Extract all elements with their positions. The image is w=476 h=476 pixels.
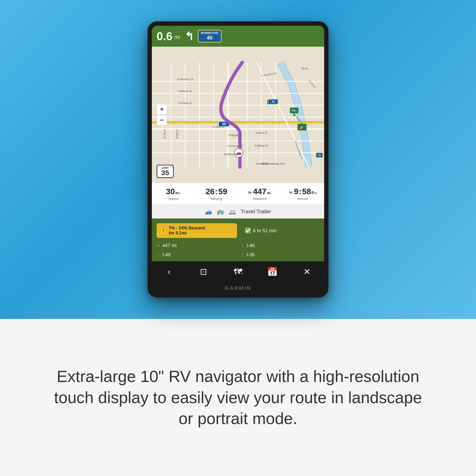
route-i49-text: I-49 (162, 252, 170, 257)
route-button[interactable]: 🗺 (230, 263, 246, 280)
svg-text:N Beech St: N Beech St (178, 90, 192, 93)
dist-sup: m (267, 191, 270, 195)
route-i35-icon: ⋮ (240, 252, 245, 257)
route-i49-item: ⋮ I-49 (154, 251, 238, 259)
zoom-out-button[interactable]: − (157, 115, 167, 125)
distance-value: 🏁 447 m i (248, 187, 271, 196)
svg-text:MU: MU (292, 109, 297, 112)
bottom-section: Extra-large 10" RV navigator with a high… (0, 319, 476, 476)
svg-text:N Orange St: N Orange St (228, 144, 242, 147)
route-icon: 🗺 (234, 267, 242, 277)
stats-bar: 30 m h Speed 26 : 59 Moving (152, 183, 324, 204)
brand-label: GARMIN (152, 282, 324, 293)
map-svg: 30 70 70 🚗 ⛺ N Hemlock (152, 47, 324, 183)
distance-unit: mi (174, 34, 180, 40)
svg-text:N Willow St: N Willow St (224, 153, 237, 156)
svg-text:N Main St: N Main St (255, 131, 267, 134)
svg-text:N Willow St: N Willow St (255, 144, 268, 147)
navigation-bar: 0.6 mi ↰ INTERSTATE 40 (152, 26, 324, 47)
speed-limit-sign: LIMIT 35 (157, 165, 174, 178)
garmin-device: 0.6 mi ↰ INTERSTATE 40 (148, 21, 328, 298)
svg-text:N Cedar St: N Cedar St (179, 102, 192, 104)
route-distance-text: 447 mi (162, 243, 177, 248)
top-section: 0.6 mi ↰ INTERSTATE 40 (0, 0, 476, 319)
eta-box: ✅ 6 hr 51 min (241, 221, 322, 240)
trailer-icon: 🚌 (217, 208, 224, 215)
schedule-button[interactable]: 📅 (264, 263, 281, 280)
arr-min: 58 (302, 187, 311, 196)
svg-text:⛺: ⛺ (300, 125, 305, 130)
svg-text:70: 70 (272, 100, 275, 103)
vehicle-type-bar: 🚙 🚌 🚐 Travel Trailer (152, 204, 324, 219)
arr-sub: M (315, 192, 317, 195)
route-panel: ⚠️ 7% - 24% Descent for 0.1mi ✅ 6 hr 51 … (152, 219, 324, 261)
svg-text:W 6th St: W 6th St (176, 129, 178, 138)
warning-icon: ⚠️ (160, 227, 166, 234)
warning-text-line1: 7% - 24% Descent (169, 226, 205, 231)
vehicle-label: Travel Trailer (241, 208, 271, 215)
distance-stat: 🏁 447 m i Distance (238, 183, 281, 204)
route-distance-item: ↔ 447 mi (154, 241, 238, 250)
arr-colon: : (299, 187, 302, 196)
svg-text:70: 70 (318, 154, 321, 157)
turn-arrow-icon: ↰ (185, 30, 194, 43)
close-icon: ✕ (304, 267, 311, 277)
suv-icon: 🚙 (205, 208, 212, 215)
route-details-grid: ↔ 447 mi ⋮ I-40 ⋮ I-49 ⋮ I-35 (152, 241, 324, 261)
overview-button[interactable]: ⊡ (195, 263, 212, 280)
arrival-label: Arrival (298, 197, 308, 201)
back-icon: ‹ (168, 267, 170, 277)
arrival-value: 🏁 9 : 58 P M (289, 187, 317, 196)
speed-sub: h (179, 192, 181, 195)
dist-sub: i (271, 192, 271, 195)
eta-check-icon: ✅ (245, 227, 251, 234)
moving-label: Moving (211, 197, 222, 201)
highway-type: INTERSTATE (201, 32, 219, 35)
moving-stat: 26 : 59 Moving (195, 183, 238, 204)
speed-limit-value: 35 (158, 169, 172, 176)
zoom-in-button[interactable]: + (157, 104, 167, 115)
route-i40-text: I-40 (247, 243, 255, 248)
svg-text:W 7th St: W 7th St (164, 129, 166, 138)
distance-display: 0.6 mi (157, 30, 180, 43)
route-i40-item: ⋮ I-40 (238, 241, 322, 250)
eta-text: 6 hr 51 min (253, 228, 277, 234)
descent-warning: ⚠️ 7% - 24% Descent for 0.1mi (157, 223, 237, 238)
device-screen: 0.6 mi ↰ INTERSTATE 40 (152, 26, 324, 282)
dist-num: 447 (253, 187, 267, 196)
arr-flag: 🏁 (289, 191, 293, 195)
overview-icon: ⊡ (200, 267, 207, 277)
svg-text:5th St: 5th St (302, 67, 308, 70)
speed-sup: m (175, 191, 179, 195)
close-button[interactable]: ✕ (299, 263, 315, 280)
route-i35-item: ⋮ I-35 (238, 251, 322, 259)
route-i49-icon: ⋮ (156, 252, 160, 257)
highway-badge: INTERSTATE 40 (198, 30, 221, 43)
route-i35-text: I-35 (247, 252, 255, 257)
highway-number: 40 (206, 35, 212, 41)
svg-text:N Maple St: N Maple St (229, 134, 241, 136)
dist-flag: 🏁 (248, 191, 252, 195)
rv-icon: 🚐 (229, 208, 236, 215)
route-distance-icon: ↔ (156, 243, 160, 248)
back-button[interactable]: ‹ (161, 263, 177, 280)
distance-label: Distance (253, 197, 266, 201)
arr-hour: 9 (294, 187, 298, 196)
moving-value: 26 : 59 (206, 187, 227, 196)
schedule-icon: 📅 (267, 267, 278, 277)
speed-value: 30 m h (166, 187, 181, 196)
moving-colon: : (215, 187, 218, 196)
zoom-controls[interactable]: + − (157, 104, 167, 125)
moving-mins: 59 (218, 187, 227, 196)
speed-stat: 30 m h Speed (152, 183, 195, 204)
bottom-toolbar: ‹ ⊡ 🗺 📅 ✕ (152, 261, 324, 282)
moving-hours: 26 (206, 187, 215, 196)
speed-num: 30 (166, 187, 175, 196)
distance-value: 0.6 (157, 30, 172, 43)
arrival-stat: 🏁 9 : 58 P M Arrival (281, 183, 324, 204)
svg-text:Broadway: Broadway (256, 162, 268, 165)
route-i40-icon: ⋮ (240, 243, 245, 248)
svg-text:N Olive St: N Olive St (213, 125, 224, 128)
map-area[interactable]: 30 70 70 🚗 ⛺ N Hemlock (152, 47, 324, 183)
warning-text-line2: for 0.1mi (169, 231, 205, 236)
